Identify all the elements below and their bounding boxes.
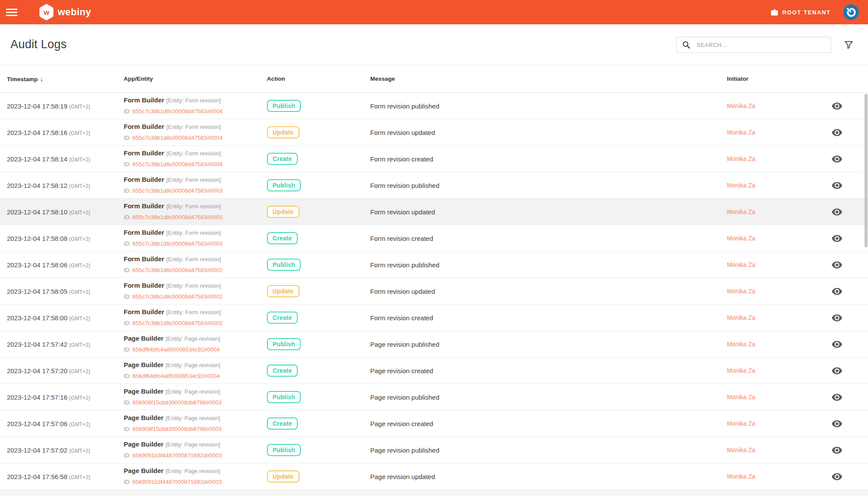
- table-row[interactable]: 2023-12-04 17:58:16(GMT+2) Form Builder[…: [0, 119, 868, 146]
- view-details-button[interactable]: [831, 444, 843, 456]
- id-label: ID:: [124, 267, 132, 273]
- initiator-link[interactable]: Monika Za: [727, 261, 831, 268]
- initiator-link[interactable]: Monika Za: [727, 447, 831, 453]
- entity-label: [Entity: Form revision]: [166, 309, 221, 315]
- search-input[interactable]: [696, 41, 825, 49]
- app-entity-cell: Form Builder[Entity: Form revision] ID: …: [124, 307, 267, 328]
- initiator-link[interactable]: Monika Za: [727, 394, 831, 401]
- initiator-link[interactable]: Monika Za: [727, 182, 831, 189]
- view-details-button[interactable]: [831, 233, 843, 244]
- id-label: ID:: [124, 346, 132, 353]
- initiator-link[interactable]: Monika Za: [727, 129, 831, 136]
- id-label: ID:: [124, 187, 132, 194]
- id-label: ID:: [124, 135, 132, 141]
- entry-id-link[interactable]: 656df64bfc4a850008534c92#0004: [132, 346, 220, 353]
- initiator-link[interactable]: Monika Za: [727, 155, 831, 162]
- action-badge: Publish: [267, 179, 301, 191]
- brand-logo[interactable]: w webiny: [39, 4, 91, 20]
- initiator-link[interactable]: Monika Za: [727, 314, 831, 321]
- actions-cell: [831, 444, 868, 456]
- view-details-button[interactable]: [831, 365, 843, 377]
- view-details-button[interactable]: [831, 471, 843, 483]
- entity-label: [Entity: Form revision]: [166, 282, 221, 289]
- column-header-timestamp[interactable]: Timestamp↓: [0, 75, 124, 82]
- table-row[interactable]: 2023-12-04 17:58:10(GMT+2) Form Builder[…: [0, 199, 868, 225]
- filter-button[interactable]: [843, 39, 854, 50]
- page-title: Audit Logs: [10, 38, 67, 51]
- view-details-button[interactable]: [831, 418, 843, 430]
- timezone-label: (GMT+2): [69, 448, 90, 454]
- entry-id-link[interactable]: 656df64bfc4a850008534c92#0004: [132, 373, 220, 379]
- view-details-button[interactable]: [831, 206, 843, 218]
- app-entity-cell: Form Builder[Entity: Form revision] ID: …: [124, 174, 267, 196]
- entry-id-link[interactable]: 655c7c38b1d8c00008d47583#0003: [132, 240, 222, 247]
- entity-label: [Entity: Form revision]: [166, 97, 221, 104]
- avatar-icon[interactable]: [843, 4, 859, 20]
- view-details-button[interactable]: [831, 127, 843, 138]
- actions-cell: [831, 206, 868, 218]
- initiator-link[interactable]: Monika Za: [727, 288, 831, 295]
- entry-id-link[interactable]: 655c7c38b1d8c00008d47583#0004: [132, 161, 222, 168]
- entry-id-link[interactable]: 655c7c38b1d8c00008d47583#0003: [132, 214, 222, 220]
- menu-icon[interactable]: [6, 9, 17, 16]
- table-row[interactable]: 2023-12-04 17:57:06(GMT+2) Page Builder[…: [0, 411, 868, 437]
- id-label: ID:: [124, 373, 132, 379]
- eye-icon: [831, 338, 843, 350]
- table-row[interactable]: 2023-12-04 17:57:20(GMT+2) Page Builder[…: [0, 358, 868, 384]
- id-label: ID:: [124, 320, 132, 326]
- tenant-selector[interactable]: ROOT TENANT: [768, 8, 833, 17]
- app-entity-cell: Page Builder[Entity: Page revision] ID: …: [124, 413, 267, 434]
- table-row[interactable]: 2023-12-04 17:58:19(GMT+2) Form Builder[…: [0, 93, 868, 119]
- initiator-link[interactable]: Monika Za: [727, 420, 831, 427]
- action-badge: Publish: [267, 259, 301, 271]
- actions-cell: [831, 471, 868, 483]
- entry-id-link[interactable]: 655c7c38b1d8c00008d47583#0004: [132, 135, 222, 141]
- entry-id-link[interactable]: 655c7c38b1d8c00008d47583#0002: [132, 267, 222, 273]
- initiator-link[interactable]: Monika Za: [727, 473, 831, 480]
- audit-log-table: Timestamp↓ App/Entity Action Message Ini…: [0, 65, 868, 490]
- timestamp-cell: 2023-12-04 17:58:00(GMT+2): [0, 314, 124, 322]
- entry-id-link[interactable]: 655c7c38b1d8c00008d47583#0002: [132, 320, 222, 326]
- table-row[interactable]: 2023-12-04 17:58:00(GMT+2) Form Builder[…: [0, 305, 868, 331]
- initiator-link[interactable]: Monika Za: [727, 102, 831, 109]
- view-details-button[interactable]: [831, 100, 843, 112]
- view-details-button[interactable]: [831, 391, 843, 403]
- scrollbar-thumb[interactable]: [865, 94, 868, 247]
- action-cell: Create: [267, 365, 370, 377]
- entry-id-link[interactable]: 655c7c38b1d8c00008d47583#0003: [132, 187, 222, 194]
- table-row[interactable]: 2023-12-04 17:56:58(GMT+2) Page Builder[…: [0, 463, 868, 490]
- eye-icon: [831, 259, 843, 271]
- entity-label: [Entity: Form revision]: [166, 230, 221, 236]
- entry-id-link[interactable]: 6569091b3f4487000871692d#0003: [132, 479, 222, 485]
- entity-label: [Entity: Form revision]: [166, 203, 221, 210]
- table-row[interactable]: 2023-12-04 17:57:02(GMT+2) Page Builder[…: [0, 437, 868, 463]
- table-row[interactable]: 2023-12-04 17:58:06(GMT+2) Form Builder[…: [0, 252, 868, 278]
- view-details-button[interactable]: [831, 259, 843, 271]
- table-row[interactable]: 2023-12-04 17:58:12(GMT+2) Form Builder[…: [0, 172, 868, 199]
- entry-id-link[interactable]: 656908f15cbd300008db6798#0003: [132, 399, 221, 406]
- app-entity-cell: Form Builder[Entity: Form revision] ID: …: [124, 148, 267, 170]
- view-details-button[interactable]: [831, 338, 843, 350]
- initiator-link[interactable]: Monika Za: [727, 341, 831, 348]
- entry-id-link[interactable]: 655c7c38b1d8c00008d47583#0004: [132, 108, 222, 115]
- entry-id-link[interactable]: 655c7c38b1d8c00008d47583#0002: [132, 293, 222, 300]
- table-row[interactable]: 2023-12-04 17:58:08(GMT+2) Form Builder[…: [0, 225, 868, 252]
- view-details-button[interactable]: [831, 180, 843, 191]
- view-details-button[interactable]: [831, 286, 843, 297]
- content-bottom-edge: [0, 490, 868, 496]
- table-row[interactable]: 2023-12-04 17:58:05(GMT+2) Form Builder[…: [0, 278, 868, 305]
- initiator-link[interactable]: Monika Za: [727, 367, 831, 374]
- table-row[interactable]: 2023-12-04 17:57:42(GMT+2) Page Builder[…: [0, 331, 868, 358]
- initiator-link[interactable]: Monika Za: [727, 235, 831, 242]
- table-row[interactable]: 2023-12-04 17:57:16(GMT+2) Page Builder[…: [0, 384, 868, 411]
- page-header: Audit Logs: [0, 24, 868, 65]
- initiator-link[interactable]: Monika Za: [727, 208, 831, 215]
- table-row[interactable]: 2023-12-04 17:58:14(GMT+2) Form Builder[…: [0, 146, 868, 172]
- entry-id-link[interactable]: 656908f15cbd300008db6798#0003: [132, 426, 221, 432]
- message-cell: Form revision updated: [370, 288, 727, 295]
- action-cell: Publish: [267, 259, 370, 271]
- entry-id-link[interactable]: 6569091b3f4487000871692d#0003: [132, 452, 222, 459]
- id-label: ID:: [124, 399, 132, 406]
- view-details-button[interactable]: [831, 153, 843, 165]
- view-details-button[interactable]: [831, 312, 843, 324]
